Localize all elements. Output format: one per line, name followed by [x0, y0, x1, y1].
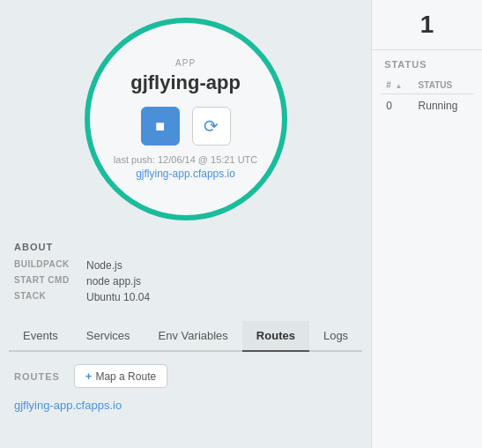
stack-value: Ubuntu 10.04	[86, 291, 150, 303]
main-container: APP gjflying-app ■ ⟳ last push: 12/06/14…	[0, 0, 482, 448]
tab-routes[interactable]: Routes	[242, 321, 309, 352]
routes-header: ROUTES + Map a Route	[14, 364, 357, 388]
last-push-text: last push: 12/06/14 @ 15:21 UTC	[114, 154, 257, 165]
stop-button[interactable]: ■	[141, 107, 180, 146]
map-route-label: Map a Route	[95, 370, 156, 383]
table-row: 0Running	[381, 94, 473, 118]
col-hash-header: # ▲	[381, 77, 412, 94]
tab-logs[interactable]: Logs	[309, 321, 362, 352]
instance-count: 1	[384, 11, 470, 39]
routes-label: ROUTES	[14, 371, 60, 382]
routes-section: ROUTES + Map a Route gjflying-app.cfapps…	[9, 352, 362, 421]
restart-button[interactable]: ⟳	[192, 107, 231, 146]
buildpack-row: BUILDPACK Node.js	[14, 259, 357, 272]
status-cell: Running	[413, 94, 473, 118]
start-cmd-value: node app.js	[86, 275, 141, 287]
stack-label: STACK	[14, 291, 86, 303]
status-section: STATUS # ▲ STATUS 0Running	[372, 50, 482, 126]
plus-icon: +	[85, 370, 93, 383]
instance-number-cell: 0	[381, 94, 412, 118]
about-section: ABOUT BUILDPACK Node.js START CMD node a…	[9, 229, 362, 316]
app-name: gjflying-app	[130, 71, 241, 94]
instances-box: 1	[372, 5, 482, 50]
left-panel: APP gjflying-app ■ ⟳ last push: 12/06/14…	[0, 0, 371, 448]
start-cmd-row: START CMD node app.js	[14, 275, 357, 287]
col-status-header: STATUS	[413, 77, 473, 94]
app-circle: APP gjflying-app ■ ⟳ last push: 12/06/14…	[85, 18, 287, 220]
app-buttons: ■ ⟳	[141, 107, 231, 146]
app-url-link[interactable]: gjflying-app.cfapps.io	[136, 168, 235, 180]
tab-env-variables[interactable]: Env Variables	[145, 321, 242, 352]
app-label: APP	[175, 58, 196, 68]
stop-icon: ■	[155, 117, 165, 136]
restart-icon: ⟳	[204, 116, 219, 137]
buildpack-label: BUILDPACK	[14, 259, 86, 272]
sort-arrow-icon: ▲	[395, 82, 402, 90]
tab-services[interactable]: Services	[72, 321, 145, 352]
stack-row: STACK Ubuntu 10.04	[14, 291, 357, 303]
buildpack-value: Node.js	[86, 259, 122, 272]
status-table: # ▲ STATUS 0Running	[381, 77, 473, 117]
right-panel: 1 STATUS # ▲ STATUS 0Running	[371, 0, 482, 448]
route-link[interactable]: gjflying-app.cfapps.io	[14, 399, 122, 412]
tab-events[interactable]: Events	[9, 321, 72, 352]
app-circle-area: APP gjflying-app ■ ⟳ last push: 12/06/14…	[9, 0, 362, 229]
start-cmd-label: START CMD	[14, 275, 86, 287]
tabs-bar: Events Services Env Variables Routes Log…	[9, 321, 362, 352]
about-title: ABOUT	[14, 242, 357, 252]
status-title: STATUS	[381, 59, 473, 70]
map-route-button[interactable]: + Map a Route	[74, 364, 167, 388]
